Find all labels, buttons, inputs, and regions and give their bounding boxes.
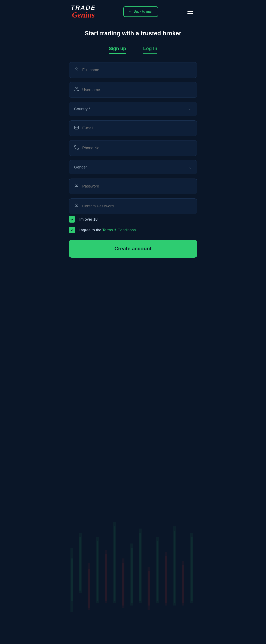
svg-rect-22 xyxy=(165,556,167,604)
svg-point-34 xyxy=(76,204,77,206)
svg-rect-2 xyxy=(79,537,81,590)
tab-signup[interactable]: Sign up xyxy=(109,46,126,54)
phone-icon xyxy=(74,145,79,151)
tab-login[interactable]: Log In xyxy=(143,46,157,54)
age-checkbox-row: I'm over 18 xyxy=(69,216,197,222)
svg-rect-29 xyxy=(190,533,193,604)
age-checkbox-label: I'm over 18 xyxy=(79,217,97,222)
svg-rect-0 xyxy=(71,558,73,601)
svg-rect-13 xyxy=(122,558,124,608)
logo: TRADE Genius xyxy=(71,4,96,19)
svg-rect-5 xyxy=(88,563,90,610)
phone-input[interactable] xyxy=(82,146,192,150)
logo-genius-text: Genius xyxy=(72,11,95,19)
age-checkbox[interactable] xyxy=(69,216,75,222)
confirm-password-field-wrapper xyxy=(69,198,197,214)
svg-rect-27 xyxy=(182,560,184,606)
hamburger-line-3 xyxy=(187,13,193,14)
svg-rect-17 xyxy=(139,528,142,604)
lock-confirm-icon xyxy=(74,203,79,209)
hamburger-line-2 xyxy=(187,11,193,12)
username-input[interactable] xyxy=(82,88,192,92)
svg-point-31 xyxy=(75,88,77,89)
svg-rect-4 xyxy=(88,569,90,608)
country-field-wrapper: Country * United States United Kingdom G… xyxy=(69,102,197,116)
person-icon xyxy=(74,67,79,73)
tabs-container: Sign up Log In xyxy=(64,46,202,54)
email-input[interactable] xyxy=(82,126,192,130)
email-field-wrapper xyxy=(69,120,197,136)
svg-rect-14 xyxy=(131,548,132,604)
svg-rect-21 xyxy=(156,537,159,604)
svg-rect-16 xyxy=(140,533,141,601)
back-to-main-button[interactable]: ← Back to main xyxy=(123,6,158,17)
terms-checkbox-label: I agree to the Terms & Conditions xyxy=(79,228,136,232)
fullname-field-wrapper xyxy=(69,62,197,78)
terms-checkbox-row: I agree to the Terms & Conditions xyxy=(69,227,197,233)
terms-conditions-link[interactable]: Terms & Conditions xyxy=(102,228,136,232)
checkboxes-container: I'm over 18 I agree to the Terms & Condi… xyxy=(64,216,202,233)
svg-rect-11 xyxy=(113,522,116,604)
svg-rect-10 xyxy=(114,526,115,601)
hamburger-menu-button[interactable] xyxy=(186,8,195,16)
confirm-password-input[interactable] xyxy=(82,204,192,208)
svg-rect-25 xyxy=(173,526,176,606)
fullname-input[interactable] xyxy=(82,68,192,72)
logo-trade-text: TRADE xyxy=(71,4,96,11)
svg-rect-7 xyxy=(96,537,99,604)
back-arrow-icon: ← xyxy=(128,10,132,14)
username-field-wrapper xyxy=(69,82,197,98)
terms-label-prefix: I agree to the xyxy=(79,228,102,232)
svg-rect-32 xyxy=(75,126,78,129)
header: TRADE Genius ← Back to main xyxy=(64,0,202,23)
svg-rect-26 xyxy=(182,565,184,604)
svg-rect-12 xyxy=(122,563,124,606)
gender-field-wrapper: Gender Male Female Other Prefer not to s… xyxy=(69,160,197,174)
svg-rect-15 xyxy=(130,544,133,606)
svg-rect-24 xyxy=(174,531,175,604)
svg-point-30 xyxy=(76,68,77,69)
people-icon xyxy=(74,87,79,93)
hamburger-line-1 xyxy=(187,10,193,10)
main-heading: Start trading with a trusted broker xyxy=(64,30,202,37)
password-field-wrapper xyxy=(69,178,197,194)
svg-rect-19 xyxy=(148,567,150,610)
svg-rect-9 xyxy=(105,550,107,604)
svg-rect-6 xyxy=(97,541,98,601)
svg-rect-23 xyxy=(165,552,167,606)
svg-rect-20 xyxy=(157,541,158,601)
password-input[interactable] xyxy=(82,184,192,188)
envelope-icon xyxy=(74,125,79,131)
back-to-main-label: Back to main xyxy=(134,10,153,14)
svg-rect-1 xyxy=(70,548,73,612)
phone-field-wrapper xyxy=(69,140,197,156)
create-account-button[interactable]: Create account xyxy=(69,240,197,258)
svg-rect-8 xyxy=(105,554,107,601)
svg-rect-18 xyxy=(148,571,150,606)
svg-rect-28 xyxy=(191,537,193,601)
terms-checkbox[interactable] xyxy=(69,227,75,233)
gender-select[interactable]: Gender Male Female Other Prefer not to s… xyxy=(74,165,192,169)
svg-rect-3 xyxy=(79,533,82,593)
country-select[interactable]: Country * United States United Kingdom G… xyxy=(74,107,192,111)
svg-point-33 xyxy=(76,184,77,186)
lock-icon xyxy=(74,184,79,189)
registration-form: Country * United States United Kingdom G… xyxy=(64,62,202,214)
